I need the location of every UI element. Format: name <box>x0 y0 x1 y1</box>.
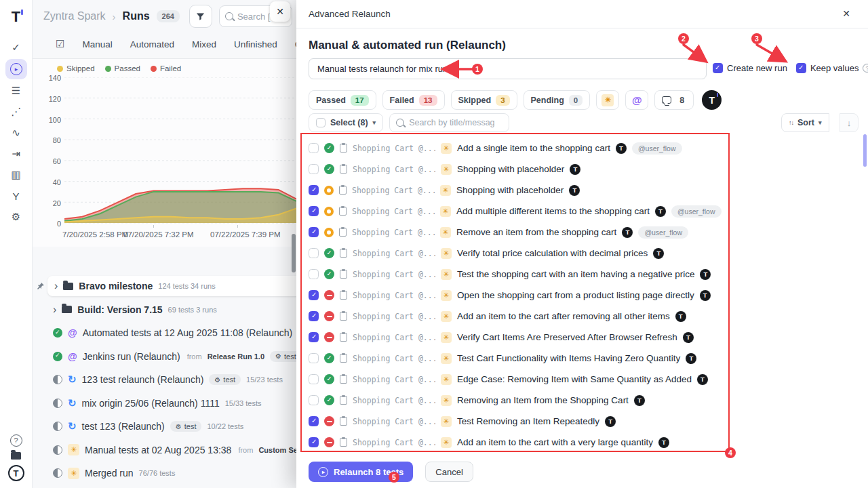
keep-values-option[interactable]: Keep values ? <box>796 63 868 73</box>
test-checkbox[interactable] <box>309 269 319 279</box>
filter-pending-chip[interactable]: Pending0 <box>524 90 591 110</box>
test-checkbox[interactable] <box>309 395 319 405</box>
test-checkbox[interactable] <box>309 332 319 342</box>
help-icon[interactable]: ? <box>863 64 868 73</box>
test-row[interactable]: Shopping Cart @... ✳ Test Cart Functiona… <box>303 348 727 369</box>
test-checkbox[interactable] <box>309 227 319 237</box>
breadcrumb-project[interactable]: Zyntra Spark <box>43 10 106 22</box>
test-row[interactable]: Shopping Cart @... ✳ Test the shopping c… <box>303 264 727 285</box>
create-new-run-checkbox[interactable] <box>713 63 723 73</box>
sidebar-item-plans[interactable]: ☰ <box>5 81 27 100</box>
filter-automated-chip[interactable]: @ <box>625 90 648 110</box>
breadcrumb-section[interactable]: Runs <box>123 10 150 22</box>
run-name[interactable]: Manual tests at 02 Aug 2025 13:38 <box>85 445 231 455</box>
filter-skipped-chip[interactable]: Skipped3 <box>451 90 517 110</box>
filter-passed-chip[interactable]: Passed17 <box>309 90 376 110</box>
test-title[interactable]: Open the shopping cart from a product li… <box>457 290 694 300</box>
test-title[interactable]: Add multiple different items to the shop… <box>456 206 650 216</box>
sidebar-item-branches[interactable]: Y <box>5 186 27 205</box>
create-new-run-option[interactable]: Create new run <box>713 63 787 73</box>
test-row[interactable]: Shopping Cart @... ✳ Shopping with place… <box>303 180 727 201</box>
test-row[interactable]: Shopping Cart @... ✳ Remove an item from… <box>303 222 727 243</box>
test-checkbox[interactable] <box>309 248 319 258</box>
test-title[interactable]: Verify total price calculation with deci… <box>457 248 648 258</box>
cancel-button[interactable]: Cancel <box>425 462 473 482</box>
relaunch-button[interactable]: ▸ Relaunch 8 tests <box>309 462 413 482</box>
sidebar-item-import[interactable]: ⇥ <box>5 144 27 163</box>
test-title[interactable]: Remove an item from the shopping cart <box>456 227 616 237</box>
test-checkbox[interactable] <box>309 416 319 426</box>
run-name[interactable]: test 123 (Relaunch) <box>82 421 165 432</box>
testomatio-badge[interactable]: T <box>702 90 722 110</box>
test-row[interactable]: Shopping Cart @... ✳ Add an item to the … <box>303 432 727 453</box>
sidebar-item-runs[interactable]: ▸ <box>5 59 27 79</box>
run-name[interactable]: Bravo milestone <box>79 281 153 291</box>
sidebar-item-pulse[interactable]: ∿ <box>5 123 27 142</box>
close-search-button[interactable]: ✕ <box>270 1 290 22</box>
test-row[interactable]: Shopping Cart @... ✳ Add a single item t… <box>303 138 727 159</box>
select-dropdown[interactable]: Select (8) ▾ <box>309 113 383 132</box>
test-row[interactable]: Shopping Cart @... ✳ Verify total price … <box>303 243 727 264</box>
test-checkbox[interactable] <box>309 374 319 384</box>
run-name[interactable]: 123 test relaunch (Relaunch) <box>82 374 204 385</box>
sidebar-item-milestones[interactable]: ⋰ <box>5 102 27 121</box>
chevron-right-icon[interactable]: › <box>53 304 56 315</box>
filter-comments-chip[interactable]: 8 <box>654 90 694 110</box>
test-checkbox[interactable] <box>309 164 319 174</box>
sort-direction-button[interactable]: ↓ <box>840 113 859 132</box>
test-title[interactable]: Test Cart Functionality with Items Havin… <box>457 353 680 363</box>
keep-values-checkbox[interactable] <box>796 63 806 73</box>
test-row[interactable]: Shopping Cart @... ✳ Removing an Item fr… <box>303 390 727 411</box>
tab-mixed[interactable]: Mixed <box>192 39 216 49</box>
run-name[interactable]: Jenkins run (Relaunch) <box>83 351 180 362</box>
test-row[interactable]: Shopping Cart @... ✳ Open the shopping c… <box>303 285 727 306</box>
sidebar-item-settings[interactable]: ⚙ <box>5 207 27 226</box>
close-drawer-button[interactable]: ✕ <box>842 8 850 19</box>
filter-button[interactable] <box>189 5 212 28</box>
test-title[interactable]: Test Removing an Item Repeatedly <box>457 416 599 426</box>
tab-manual[interactable]: Manual <box>82 39 112 49</box>
test-checkbox[interactable] <box>309 206 319 216</box>
test-row[interactable]: Shopping Cart @... ✳ Edge Case: Removing… <box>303 369 727 390</box>
test-row[interactable]: Shopping Cart @... ✳ Add an item to the … <box>303 306 727 327</box>
run-name[interactable]: Build: Version 7.15 <box>77 304 162 315</box>
test-checkbox[interactable] <box>309 185 319 195</box>
projects-icon[interactable] <box>11 452 21 460</box>
select-all-checkbox[interactable] <box>316 118 326 127</box>
run-name[interactable]: mix origin 25/06 (Relaunch) 1111 <box>82 398 220 409</box>
background-scrollbar[interactable] <box>292 234 296 272</box>
sidebar-item-analytics[interactable]: ▥ <box>5 165 27 184</box>
test-title[interactable]: Shopping with placeholder <box>457 164 564 174</box>
test-checkbox[interactable] <box>309 290 319 300</box>
test-title[interactable]: Add a single item to the shopping cart <box>457 143 610 153</box>
test-checkbox[interactable] <box>309 353 319 363</box>
tab-unfinished[interactable]: Unfinished <box>234 39 277 49</box>
filter-failed-chip[interactable]: Failed13 <box>382 90 445 110</box>
test-title[interactable]: Add an item to the cart with a very larg… <box>457 437 653 447</box>
run-name[interactable]: Merged run <box>85 468 134 479</box>
test-row[interactable]: Shopping Cart @... ✳ Add multiple differ… <box>303 201 727 222</box>
select-all-icon[interactable]: ☑ <box>56 38 64 50</box>
test-title[interactable]: Shopping with placeholder <box>456 185 564 195</box>
account-avatar[interactable]: T <box>8 465 24 481</box>
filter-manual-chip[interactable]: ✳ <box>596 90 619 110</box>
test-row[interactable]: Shopping Cart @... ✳ Test Removing an It… <box>303 411 727 432</box>
tests-search[interactable] <box>389 113 509 132</box>
app-logo[interactable]: T <box>12 8 20 26</box>
test-title[interactable]: Test the shopping cart with an item havi… <box>457 269 694 279</box>
sidebar-item-tests[interactable]: ✓ <box>5 38 27 57</box>
test-checkbox[interactable] <box>309 311 319 321</box>
help-icon[interactable]: ? <box>10 434 22 447</box>
test-title[interactable]: Removing an Item from the Shopping Cart <box>457 395 629 405</box>
sort-dropdown[interactable]: ↑↓ Sort ▾ <box>781 113 829 132</box>
test-row[interactable]: Shopping Cart @... ✳ Verify Cart Items A… <box>303 327 727 348</box>
chevron-right-icon[interactable]: › <box>54 281 58 291</box>
test-row[interactable]: Shopping Cart @... ✳ Shopping with place… <box>303 159 727 180</box>
test-title[interactable]: Add an item to the cart after removing a… <box>457 311 670 321</box>
run-name[interactable]: Automated tests at 12 Aug 2025 11:08 (Re… <box>83 327 293 338</box>
test-title[interactable]: Edge Case: Removing Item with Same Quant… <box>457 374 692 384</box>
tests-search-input[interactable] <box>409 118 500 127</box>
test-checkbox[interactable] <box>309 143 319 153</box>
tests-scrollbar[interactable] <box>863 134 867 167</box>
test-checkbox[interactable] <box>309 437 319 447</box>
